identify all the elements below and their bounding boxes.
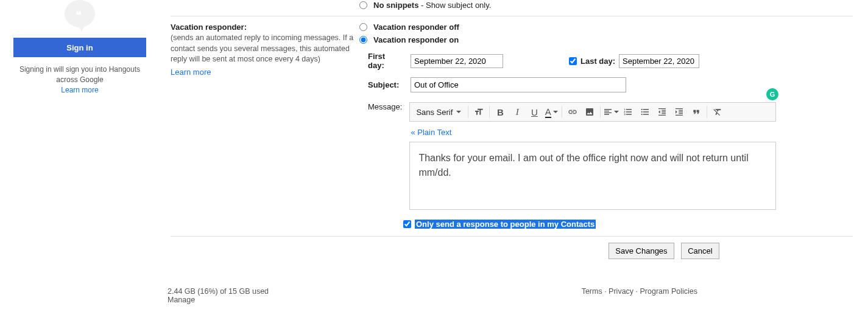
indent-more-button[interactable] — [671, 103, 688, 120]
snippets-option-row: No snippets - Show subject only. — [359, 0, 853, 16]
quote-button[interactable] — [688, 103, 705, 120]
vacation-responder-section: Vacation responder: (sends an automated … — [171, 23, 853, 229]
save-changes-button[interactable]: Save Changes — [609, 243, 674, 259]
last-day-input[interactable] — [619, 54, 699, 68]
section-divider — [171, 16, 853, 16]
underline-button[interactable]: U — [526, 103, 543, 120]
font-size-button[interactable] — [470, 103, 487, 120]
caret-down-icon — [456, 111, 461, 113]
vacation-description-column: Vacation responder: (sends an automated … — [171, 23, 359, 229]
text-color-button[interactable]: A — [543, 103, 560, 120]
privacy-link[interactable]: Privacy — [609, 287, 633, 296]
signin-description: Signing in will sign you into Hangouts a… — [13, 64, 146, 85]
first-day-input[interactable] — [411, 54, 503, 68]
vacation-off-label: Vacation responder off — [373, 23, 459, 32]
image-button[interactable] — [581, 103, 598, 120]
hangouts-sidebar: ❝ Sign in Signing in will sign you into … — [13, 0, 146, 94]
last-day-label: Last day: — [580, 57, 615, 66]
subject-row: Subject: — [368, 77, 853, 92]
plain-text-link[interactable]: « Plain Text — [411, 128, 776, 137]
contacts-only-label: Only send a response to people in my Con… — [415, 220, 596, 229]
no-snippets-description: - Show subject only. — [418, 1, 491, 10]
subject-input[interactable] — [411, 77, 626, 92]
vacation-description: (sends an automated reply to incoming me… — [171, 33, 359, 65]
first-day-label: First day: — [368, 52, 403, 70]
signin-button[interactable]: Sign in — [13, 38, 146, 57]
vacation-off-radio[interactable] — [359, 23, 367, 31]
vacation-learn-more-link[interactable]: Learn more — [171, 68, 211, 77]
cancel-button[interactable]: Cancel — [681, 243, 719, 259]
date-range-row: First day: Last day: — [368, 52, 853, 70]
program-policies-link[interactable]: Program Policies — [640, 287, 697, 296]
bullet-list-button[interactable] — [637, 103, 654, 120]
rich-text-toolbar: Sans Serif B I U A — [409, 102, 776, 122]
action-buttons-row: Save Changes Cancel — [171, 236, 853, 259]
grammarly-badge-icon[interactable]: G — [766, 88, 778, 100]
contacts-only-checkbox[interactable] — [403, 220, 411, 228]
vacation-title: Vacation responder: — [171, 23, 359, 32]
manage-storage-link[interactable]: Manage — [168, 296, 195, 304]
no-snippets-radio[interactable] — [359, 1, 367, 9]
caret-down-icon — [553, 111, 558, 113]
numbered-list-button[interactable] — [619, 103, 637, 120]
storage-usage-text: 2.44 GB (16%) of 15 GB used — [168, 287, 269, 296]
vacation-on-label: Vacation responder on — [373, 35, 459, 44]
message-body-editor[interactable]: Thanks for your email. I am out of the o… — [409, 142, 776, 210]
contacts-only-row: Only send a response to people in my Con… — [403, 220, 853, 229]
link-button[interactable] — [564, 103, 581, 120]
no-snippets-label: No snippets — [373, 1, 418, 10]
footer: 2.44 GB (16%) of 15 GB used Manage Terms… — [168, 287, 697, 304]
caret-down-icon — [614, 111, 619, 113]
vacation-on-radio[interactable] — [359, 36, 367, 44]
remove-formatting-button[interactable] — [709, 103, 726, 120]
italic-button[interactable]: I — [509, 103, 526, 120]
indent-less-button[interactable] — [654, 103, 671, 120]
hangouts-learn-more-link[interactable]: Learn more — [61, 86, 98, 94]
last-day-checkbox[interactable] — [569, 57, 577, 65]
message-row: Message: Sans Serif B I U A — [368, 102, 853, 210]
settings-main: No snippets - Show subject only. Vacatio… — [171, 0, 853, 259]
vacation-settings-column: Vacation responder off Vacation responde… — [359, 23, 853, 229]
align-button[interactable] — [602, 103, 619, 120]
hangouts-icon: ❝ — [65, 0, 95, 30]
font-family-dropdown[interactable]: Sans Serif — [411, 108, 466, 117]
footer-links: Terms · Privacy · Program Policies — [582, 287, 697, 304]
message-label: Message: — [368, 102, 402, 111]
subject-label: Subject: — [368, 80, 403, 89]
bold-button[interactable]: B — [492, 103, 509, 120]
terms-link[interactable]: Terms — [582, 287, 602, 296]
